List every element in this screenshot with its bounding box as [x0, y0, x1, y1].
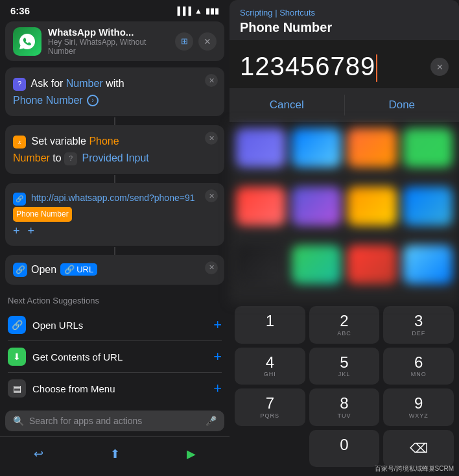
suggestion-open-urls[interactable]: 🔗 Open URLs + — [8, 309, 222, 341]
choose-menu-plus[interactable]: + — [213, 380, 222, 397]
url-icon: 🔗 — [13, 193, 26, 206]
keypad-row-3: 7PQRS 8TUV 9WXYZ — [235, 388, 454, 425]
actions-area: ✕ ? Ask for Number with Phone Number › ✕… — [0, 64, 230, 291]
set-icon: 𝑥 — [13, 136, 26, 149]
url-plus-1[interactable]: + — [13, 224, 20, 238]
grid-app-8 — [403, 187, 453, 226]
set-content: 𝑥 Set variable PhoneNumber to ? Provided… — [13, 133, 217, 166]
open-content: 🔗 Open 🔗 URL — [13, 263, 217, 277]
header-close-button[interactable]: ✕ — [198, 32, 217, 51]
open-icon: 🔗 — [13, 263, 27, 277]
undo-button[interactable]: ↩ — [27, 442, 50, 466]
suggestion-choose-menu[interactable]: ▤ Choose from Menu + — [8, 373, 222, 404]
key-2[interactable]: 2ABC — [309, 306, 380, 343]
keypad: 1 2ABC 3DEF 4GHI 5JKL 6MNO 7PQRS 8TUV 9W… — [230, 303, 459, 476]
open-urls-label: Open URLs — [32, 320, 207, 331]
grid-app-4 — [403, 128, 453, 167]
open-block: ✕ 🔗 Open 🔗 URL — [5, 255, 224, 285]
ask-close[interactable]: ✕ — [205, 74, 218, 87]
clear-button[interactable]: ✕ — [430, 58, 449, 76]
suggestion-get-contents[interactable]: ⬇ Get Contents of URL + — [8, 341, 222, 373]
chevron-icon: › — [87, 95, 99, 106]
search-icon: 🔍 — [13, 416, 24, 426]
right-panel: Scripting | Shortcuts Phone Number 12345… — [230, 0, 459, 476]
key-1[interactable]: 1 — [235, 306, 305, 343]
search-bar[interactable]: 🔍 Search for apps and actions 🎤 — [5, 411, 224, 431]
battery-icon: ▮▮▮ — [206, 6, 219, 16]
url-content: 🔗 http://api.whatsapp.com/send?phone=91 … — [13, 191, 217, 222]
url-badge: 🔗 URL — [60, 263, 97, 276]
rp-breadcrumb: Scripting | Shortcuts — [240, 8, 449, 18]
search-placeholder: Search for apps and actions — [29, 416, 142, 426]
status-icons: ▐▐▐ ▲ ▮▮▮ — [175, 6, 219, 16]
app-grid — [230, 122, 459, 303]
mic-icon: 🎤 — [206, 416, 217, 426]
ask-number-tag[interactable]: Number — [66, 78, 103, 89]
grid-app-12 — [403, 245, 453, 284]
key-9[interactable]: 9WXYZ — [383, 388, 454, 425]
grid-app-2 — [292, 128, 341, 167]
connector-2 — [114, 175, 115, 183]
play-button[interactable]: ▶ — [180, 442, 203, 466]
grid-app-5 — [236, 187, 285, 226]
grid-app-6 — [292, 187, 341, 226]
wifi-icon: ▲ — [194, 6, 202, 16]
url-phone-tag: Phone Number — [13, 207, 72, 221]
filter-button[interactable]: ⊞ — [175, 32, 193, 51]
url-text: http://api.whatsapp.com/send?phone=91 — [31, 193, 195, 203]
open-close[interactable]: ✕ — [205, 261, 218, 274]
set-variable-block: ✕ 𝑥 Set variable PhoneNumber to ? Provid… — [5, 125, 224, 174]
done-button[interactable]: Done — [345, 95, 460, 115]
grid-app-7 — [347, 187, 397, 226]
url-plus-row: + + — [13, 224, 217, 238]
get-contents-icon: ⬇ — [8, 348, 26, 366]
key-backspace[interactable]: ⌫ — [383, 430, 454, 467]
next-actions-section: Next Action Suggestions 🔗 Open URLs + ⬇ … — [0, 291, 230, 407]
key-3[interactable]: 3DEF — [383, 306, 454, 343]
key-8[interactable]: 8TUV — [309, 388, 380, 425]
key-6[interactable]: 6MNO — [383, 348, 454, 385]
key-0[interactable]: 0 — [309, 430, 380, 467]
ask-block: ✕ ? Ask for Number with Phone Number › — [5, 67, 224, 116]
app-icon — [13, 27, 41, 56]
next-actions-title: Next Action Suggestions — [8, 296, 222, 305]
get-contents-plus[interactable]: + — [213, 348, 222, 365]
open-urls-plus[interactable]: + — [213, 316, 222, 333]
share-button[interactable]: ⬆ — [103, 442, 126, 466]
choose-menu-label: Choose from Menu — [32, 383, 207, 394]
set-var-value: Provided Input — [82, 152, 149, 163]
get-contents-label: Get Contents of URL — [32, 351, 207, 363]
provided-icon: ? — [64, 152, 77, 165]
app-header: WhatsApp Witho... Hey Siri, WhatsApp, Wi… — [5, 21, 224, 61]
open-urls-icon: 🔗 — [8, 316, 26, 334]
status-bar: 6:36 ▐▐▐ ▲ ▮▮▮ — [0, 0, 230, 19]
key-7[interactable]: 7PQRS — [235, 388, 305, 425]
rp-title: Phone Number — [240, 20, 449, 35]
connector-3 — [114, 247, 115, 255]
url-plus-2[interactable]: + — [28, 224, 35, 238]
left-panel: 6:36 ▐▐▐ ▲ ▮▮▮ WhatsApp Witho... Hey Sir… — [0, 0, 230, 476]
app-name: WhatsApp Witho... — [48, 27, 165, 38]
choose-menu-icon: ▤ — [8, 379, 26, 398]
whatsapp-icon — [18, 32, 36, 51]
url-block: ✕ 🔗 http://api.whatsapp.com/send?phone=9… — [5, 183, 224, 246]
key-empty — [235, 430, 305, 467]
number-display: 123456789 ✕ — [230, 40, 459, 88]
cancel-button[interactable]: Cancel — [230, 95, 344, 115]
signal-icon: ▐▐▐ — [175, 6, 192, 16]
grid-app-11 — [347, 245, 397, 284]
connector-1 — [114, 117, 115, 125]
key-5[interactable]: 5JKL — [309, 348, 380, 385]
grid-app-10 — [292, 245, 341, 284]
keypad-row-1: 1 2ABC 3DEF — [235, 306, 454, 343]
ask-phone-tag[interactable]: Phone Number — [13, 95, 83, 106]
action-buttons: Cancel Done — [230, 88, 459, 122]
open-label: Open — [31, 264, 56, 276]
grid-app-1 — [236, 128, 285, 167]
grid-app-9 — [236, 245, 285, 284]
key-4[interactable]: 4GHI — [235, 348, 305, 385]
ask-icon: ? — [13, 78, 26, 91]
watermark: 百家号/跨境私域蜂巢SCRM — [375, 464, 454, 473]
text-cursor — [376, 54, 377, 82]
keypad-row-2: 4GHI 5JKL 6MNO — [235, 348, 454, 385]
